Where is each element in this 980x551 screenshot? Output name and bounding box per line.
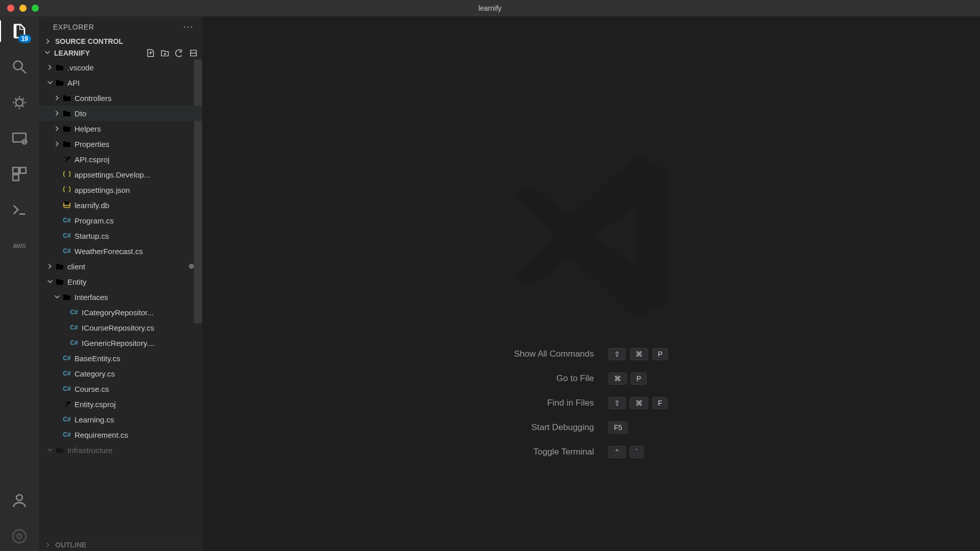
refresh-button[interactable] (175, 48, 184, 58)
csharp-icon: C# (63, 416, 70, 423)
tree-file-appsettings[interactable]: appsettings.json (39, 182, 202, 197)
key: F (652, 397, 668, 409)
svg-point-1 (14, 61, 22, 70)
cmd-start-debug-label: Start Debugging (514, 422, 594, 433)
modified-indicator (189, 264, 194, 269)
tree-file-icategory[interactable]: C# ICategoryRepositor... (39, 305, 202, 320)
svg-rect-6 (20, 167, 26, 173)
collapse-all-button[interactable] (189, 48, 198, 58)
tree-file-entity-csproj[interactable]: Entity.csproj (39, 396, 202, 412)
tree-folder-vscode[interactable]: .vscode (39, 60, 202, 75)
section-outline[interactable]: OUTLINE (39, 538, 202, 551)
activity-settings[interactable] (9, 525, 30, 547)
csharp-icon: C# (63, 355, 70, 362)
csharp-icon: C# (63, 232, 70, 239)
tree-file-weather[interactable]: C# WeatherForecast.cs (39, 243, 202, 259)
tree-file-igeneric[interactable]: C# IGenericRepository.... (39, 335, 202, 350)
activity-bar: 19 aws (0, 16, 39, 551)
svg-rect-3 (13, 133, 26, 142)
csharp-icon: C# (63, 247, 70, 255)
project-label: LEARNIFY (54, 49, 90, 57)
cmd-toggle-term-label: Toggle Terminal (514, 447, 594, 457)
tree-folder-properties[interactable]: Properties (39, 136, 202, 152)
cmd-goto-file-label: Go to File (514, 373, 594, 384)
section-source-control[interactable]: SOURCE CONTROL (39, 35, 202, 47)
new-file-button[interactable] (146, 48, 155, 58)
maximize-window-button[interactable] (32, 5, 39, 12)
tree-folder-client[interactable]: client (39, 259, 202, 274)
section-project[interactable]: LEARNIFY (39, 47, 202, 59)
key: ` (630, 446, 644, 458)
tree-file-category[interactable]: C# Category.cs (39, 366, 202, 381)
key: P (631, 372, 647, 385)
svg-point-10 (13, 530, 26, 543)
tree-folder-dto[interactable]: Dto (39, 106, 202, 121)
explorer-badge: 19 (18, 35, 31, 43)
editor-area: Show All Commands ⇧ ⌘ P Go to File ⌘ P F… (202, 16, 980, 551)
csharp-icon: C# (63, 385, 70, 392)
svg-rect-5 (13, 167, 18, 173)
close-window-button[interactable] (7, 5, 14, 12)
csharp-icon: C# (70, 309, 78, 316)
tree-file-startup[interactable]: C# Startup.cs (39, 228, 202, 243)
welcome-commands: Show All Commands ⇧ ⌘ P Go to File ⌘ P F… (514, 348, 668, 458)
key: ⇧ (608, 397, 626, 409)
cmd-toggle-term-keys: ⌃ ` (608, 446, 668, 458)
cmd-find-files-keys: ⇧ ⌘ F (608, 397, 668, 409)
vscode-logo-watermark (489, 134, 693, 340)
minimize-window-button[interactable] (19, 5, 27, 12)
svg-point-2 (16, 99, 23, 106)
csharp-icon: C# (63, 431, 70, 438)
key: P (652, 348, 668, 360)
tree-file-learnify-db[interactable]: learnify.db (39, 197, 202, 213)
cmd-show-all-label: Show All Commands (514, 349, 594, 359)
tree-file-learning[interactable]: C# Learning.cs (39, 412, 202, 427)
activity-debug-alt[interactable] (9, 92, 30, 113)
tree-file-icourse[interactable]: C# ICourseRepository.cs (39, 320, 202, 335)
key: ⇧ (608, 348, 626, 360)
activity-aws[interactable]: aws (9, 235, 30, 256)
csharp-icon: C# (63, 217, 70, 224)
activity-search[interactable] (9, 56, 30, 78)
window-title: learnify (478, 4, 501, 12)
key: ⌘ (608, 372, 627, 385)
tree-folder-helpers[interactable]: Helpers (39, 121, 202, 136)
tree-file-program[interactable]: C# Program.cs (39, 213, 202, 228)
tree-file-api-csproj[interactable]: API.csproj (39, 152, 202, 167)
tree-file-course[interactable]: C# Course.cs (39, 381, 202, 396)
activity-remote[interactable] (9, 128, 30, 149)
csharp-icon: C# (70, 324, 78, 331)
tree-folder-interfaces[interactable]: Interfaces (39, 289, 202, 305)
sidebar-title: EXPLORER (53, 23, 94, 31)
activity-terminal[interactable] (9, 199, 30, 220)
activity-explorer[interactable]: 19 (9, 20, 30, 42)
key: ⌘ (630, 397, 648, 409)
tree-file-appsettings-dev[interactable]: appsettings.Develop... (39, 167, 202, 182)
activity-accounts[interactable] (9, 490, 30, 511)
svg-point-9 (17, 534, 22, 539)
activity-extensions[interactable] (9, 163, 30, 185)
tree-scrollbar[interactable] (194, 60, 202, 323)
csharp-icon: C# (70, 339, 78, 346)
key: ⌃ (608, 446, 626, 458)
cmd-find-files-label: Find in Files (514, 398, 594, 408)
section-label: OUTLINE (55, 541, 86, 549)
svg-rect-7 (13, 174, 18, 180)
tree-folder-controllers[interactable]: Controllers (39, 90, 202, 106)
new-folder-button[interactable] (160, 48, 169, 58)
cmd-start-debug-keys: F5 (608, 421, 668, 434)
cmd-goto-file-keys: ⌘ P (608, 372, 668, 385)
cmd-show-all-keys: ⇧ ⌘ P (608, 348, 668, 360)
key: ⌘ (630, 348, 648, 360)
window-controls (0, 5, 39, 12)
tree-folder-entity[interactable]: Entity (39, 274, 202, 289)
sidebar-more-button[interactable]: ··· (183, 21, 194, 32)
tree-file-baseentity[interactable]: C# BaseEntity.cs (39, 350, 202, 366)
tree-file-requirement[interactable]: C# Requirement.cs (39, 427, 202, 442)
svg-point-8 (16, 495, 22, 500)
tree-folder-infrastructure[interactable]: Infrastructure (39, 442, 202, 458)
section-label: SOURCE CONTROL (55, 37, 123, 45)
title-bar: learnify (0, 0, 980, 16)
file-tree: .vscode API Controllers Dto Helpers (39, 59, 202, 538)
tree-folder-api[interactable]: API (39, 75, 202, 90)
